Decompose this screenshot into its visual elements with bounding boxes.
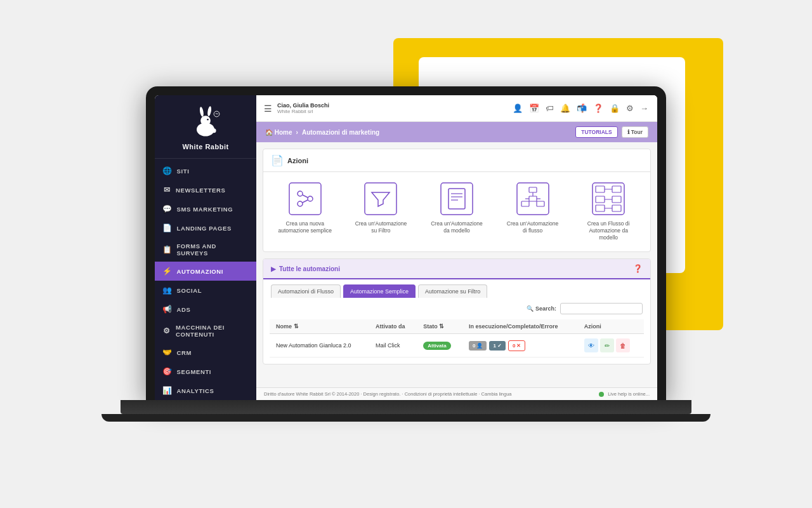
siti-icon: 🌐: [162, 166, 173, 175]
search-label: 🔍 Search:: [527, 305, 556, 312]
model-automation-icon: [440, 182, 473, 215]
sidebar-item-ads[interactable]: 📢 ADS: [155, 300, 256, 319]
sidebar-item-automazioni[interactable]: ⚡ AUTOMAZIONI: [155, 262, 256, 281]
action-new-automation[interactable]: Crea una nuova automazione semplice: [277, 182, 334, 241]
view-button[interactable]: 👁: [584, 338, 598, 352]
tab-semplice[interactable]: Automazione Semplice: [343, 284, 416, 298]
topbar-user: Ciao, Giulia Boschi White Rabbit srl: [277, 102, 329, 114]
laptop-screen: ™ White Rabbit 🌐 SITI ✉ NEWS: [155, 95, 657, 400]
breadcrumb-home[interactable]: 🏠 Home: [265, 129, 292, 136]
col-stato[interactable]: Stato ⇅: [417, 319, 462, 334]
sidebar-item-sms-marketing[interactable]: 💬 SMS MARKETING: [155, 199, 256, 218]
footer-copyright: Diritto d'autore White Rabbit Srl © 2014…: [264, 391, 512, 397]
sidebar-item-landing-pages[interactable]: 📄 LANDING PAGES: [155, 218, 256, 237]
cell-name: New Automation Gianluca 2.0: [270, 334, 369, 358]
svg-rect-26: [521, 201, 529, 206]
breadcrumb-separator: ›: [296, 129, 298, 136]
bell-icon[interactable]: 🔔: [559, 102, 572, 114]
filter-automation-label: Crea un'Automazione su Filtro: [352, 220, 409, 234]
svg-point-4: [207, 119, 209, 121]
action-buttons: 👁 ✏ 🗑: [584, 338, 638, 352]
svg-rect-23: [529, 196, 537, 201]
tour-button[interactable]: ℹ Tour: [622, 126, 648, 138]
sidebar-item-siti[interactable]: 🌐 SITI: [155, 161, 256, 180]
delete-button[interactable]: 🗑: [616, 338, 630, 352]
automations-table: Nome ⇅ Attivato da Stato ⇅: [270, 319, 644, 358]
model-automation-label: Crea un'Automazione da modello: [428, 220, 485, 234]
inbox-icon[interactable]: 📬: [575, 102, 588, 114]
svg-rect-21: [529, 187, 537, 192]
breadcrumb-current: Automazioni di marketing: [302, 129, 379, 136]
automations-section-header: ▶ Tutte le automazioni ❓: [263, 259, 650, 279]
flow-automation-icon: [516, 182, 549, 215]
topbar: ☰ Ciao, Giulia Boschi White Rabbit srl 👤…: [256, 95, 657, 122]
svg-point-9: [298, 191, 303, 196]
svg-rect-14: [365, 183, 396, 215]
sidebar: ™ White Rabbit 🌐 SITI ✉ NEWS: [155, 95, 256, 400]
app-footer: Diritto d'autore White Rabbit Srl © 2014…: [256, 387, 657, 400]
search-input[interactable]: [560, 303, 643, 314]
breadcrumb-left: 🏠 Home › Automazioni di marketing: [265, 129, 379, 136]
sidebar-item-crm[interactable]: 🤝 CRM: [155, 343, 256, 362]
col-exec: In esecuzione/Completato/Errore: [462, 319, 578, 334]
x-icon: ✕: [516, 343, 521, 349]
actions-card-title: Azioni: [287, 157, 308, 164]
action-flow-model-automation[interactable]: Crea un Flusso di Automazione da modello: [580, 182, 637, 241]
person-icon: 👤: [476, 343, 483, 349]
analytics-icon: 📊: [162, 386, 173, 395]
svg-rect-8: [289, 183, 321, 215]
svg-rect-31: [596, 205, 605, 211]
tabs-row: Automazioni di Flusso Automazione Sempli…: [263, 279, 650, 298]
section-help-icon[interactable]: ❓: [633, 264, 643, 273]
svg-rect-33: [612, 196, 621, 203]
help-icon[interactable]: ❓: [592, 102, 605, 114]
action-flow-automation[interactable]: Crea un'Automazione di flusso: [504, 182, 561, 241]
sidebar-item-segmenti[interactable]: 🎯 SEGMENTI: [155, 362, 256, 381]
user-icon[interactable]: 👤: [511, 102, 524, 114]
sidebar-item-social[interactable]: 👥 SOCIAL: [155, 281, 256, 300]
svg-line-13: [303, 200, 308, 203]
table-container: Nome ⇅ Attivato da Stato ⇅: [263, 319, 650, 364]
hamburger-icon[interactable]: ☰: [264, 104, 272, 114]
logo-rabbit-icon: ™: [183, 105, 228, 140]
actions-card-header: 📄 Azioni: [263, 149, 650, 172]
lock-icon[interactable]: 🔒: [608, 102, 621, 114]
svg-point-5: [212, 128, 216, 133]
tutorials-button[interactable]: TUTORIALS: [575, 126, 617, 138]
newsletters-icon: ✉: [162, 185, 171, 194]
col-nome[interactable]: Nome ⇅: [270, 319, 369, 334]
sidebar-item-forms-surveys[interactable]: 📋 FORMS AND SURVEYS: [155, 237, 256, 262]
forms-icon: 📋: [162, 245, 172, 254]
sidebar-item-macchina-contenuti[interactable]: ⚙ MACCHINA DEI CONTENUTI: [155, 319, 256, 343]
section-title: ▶ Tutte le automazioni: [271, 265, 340, 272]
edit-button[interactable]: ✏: [600, 338, 614, 352]
sidebar-item-newsletters[interactable]: ✉ NEWSLETTERS: [155, 180, 256, 199]
logout-icon[interactable]: →: [639, 102, 650, 114]
macchina-icon: ⚙: [162, 326, 171, 335]
ads-icon: 📢: [162, 305, 173, 314]
main-content: ☰ Ciao, Giulia Boschi White Rabbit srl 👤…: [256, 95, 657, 400]
section-arrow-icon: ▶: [271, 265, 276, 272]
svg-rect-32: [612, 186, 621, 192]
tag-icon[interactable]: 🏷: [544, 102, 555, 114]
calendar-icon[interactable]: 📅: [528, 102, 540, 114]
content-area: 📄 Azioni: [256, 142, 657, 387]
settings-icon[interactable]: ⚙: [625, 102, 635, 114]
tour-info-icon: ℹ: [627, 129, 629, 135]
topbar-icons: 👤 📅 🏷 🔔 📬 ❓ 🔒 ⚙ →: [511, 102, 650, 114]
error-badge: 0 ✕: [508, 340, 525, 351]
col-azioni: Azioni: [578, 319, 644, 334]
footer-right: Live help is online...: [599, 391, 650, 397]
svg-point-2: [199, 107, 204, 117]
action-model-automation[interactable]: Crea un'Automazione da modello: [428, 182, 485, 241]
tab-flusso[interactable]: Automazioni di Flusso: [271, 284, 341, 298]
flow-model-automation-label: Crea un Flusso di Automazione da modello: [580, 220, 637, 241]
action-filter-automation[interactable]: Crea un'Automazione su Filtro: [352, 182, 409, 241]
crm-icon: 🤝: [162, 348, 173, 357]
actions-card: 📄 Azioni: [263, 149, 651, 252]
automazioni-icon: ⚡: [162, 267, 173, 276]
tab-filtro[interactable]: Automazione su Filtro: [418, 284, 487, 298]
app-container: ™ White Rabbit 🌐 SITI ✉ NEWS: [155, 95, 657, 400]
file-icon: 📄: [271, 154, 284, 166]
sidebar-item-analytics[interactable]: 📊 ANALYTICS: [155, 381, 256, 400]
